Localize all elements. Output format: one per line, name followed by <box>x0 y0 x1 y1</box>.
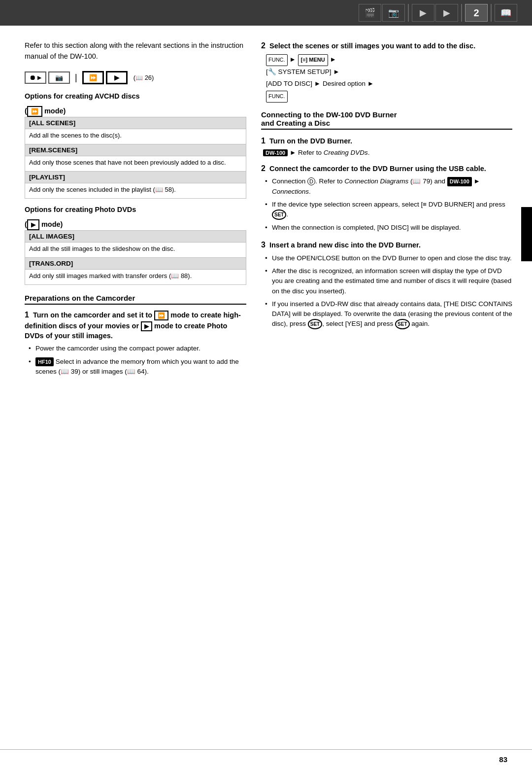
top-bar: 🎬 📷 ▶ ▶ 2 📖 <box>0 0 532 26</box>
avchd-mode-icon: ⏩ <box>27 106 42 117</box>
main-content: Refer to this section along with the rel… <box>0 26 532 749</box>
video-label: ▶ <box>37 75 41 80</box>
bullet-disc-recognized: After the disc is recognized, an informa… <box>265 266 512 296</box>
hf10-badge: HF10 <box>35 357 54 367</box>
connect-step-3-number: 3 <box>261 241 266 249</box>
avchd-heading: Options for creating AVCHD discs <box>25 92 246 100</box>
avchd-option-1-desc: Add all the scenes to the disc(s). <box>25 129 246 144</box>
black-sidebar-tab <box>521 207 532 261</box>
arrow2: ► <box>330 56 336 63</box>
right-step-2-title: 2 Select the scenes or still images you … <box>261 40 512 51</box>
connect-step-1: 1 Turn on the DVD Burner. DW-100 ► Refer… <box>261 136 512 156</box>
mode-icon-playback: ⏩ <box>82 71 104 84</box>
icon-camera: 📷 <box>382 4 405 22</box>
connection-diagrams-ref: Connection Diagrams <box>344 177 408 185</box>
mode-icon-video: ⏺ ▶ <box>25 71 46 84</box>
right-step-2: 2 Select the scenes or still images you … <box>261 40 512 103</box>
connect-step-2-title: 2 Connect the camcorder to the DVD Burne… <box>261 163 512 174</box>
photo-option-2-header: [TRANS.ORD] <box>25 258 246 270</box>
connect-step-3-bold: Insert a brand new disc into the DVD Bur… <box>269 241 421 249</box>
connect-heading: Connecting to the DW-100 DVD Burnerand C… <box>261 110 512 130</box>
photo-mode-label: (▶ mode) <box>25 220 246 228</box>
step2-bold-title: Select the scenes or still images you wa… <box>269 42 475 50</box>
dw100-badge-1: DW-100 <box>263 149 288 156</box>
photo-options-table: [ALL IMAGES] Add all the still images to… <box>25 230 246 285</box>
left-column: Refer to this section along with the rel… <box>25 40 246 734</box>
avchd-option-3-desc: Add only the scenes included in the play… <box>25 183 246 198</box>
connections-ref: Connections <box>272 188 309 195</box>
connect-step-1-title: 1 Turn on the DVD Burner. <box>261 136 512 146</box>
photo-mode-icon2: ▶ <box>141 321 152 331</box>
arrow-sub2: ► <box>474 177 480 185</box>
connect-step-1-bold: Turn on the DVD Burner. <box>269 137 352 145</box>
left-step-1: 1 Turn on the camcorder and set it to ⏩ … <box>25 310 246 377</box>
avchd-option-2-desc: Add only those scenes that have not been… <box>25 156 246 172</box>
circle-d-icon: D <box>307 177 315 185</box>
bullet-open-close: Use the OPEN/CLOSE button on the DVD Bur… <box>265 253 512 263</box>
bullet-connection-d: Connection D. Refer to Connection Diagra… <box>265 176 512 197</box>
separator-bar: | <box>75 72 77 83</box>
connect-step-3: 3 Insert a brand new disc into the DVD B… <box>261 240 512 329</box>
creating-dvds-ref: Creating DVDs <box>324 149 368 156</box>
avchd-option-1-header: [ALL SCENES] <box>25 117 246 129</box>
icon-divider <box>408 4 409 22</box>
connect-step-2-bullets: Connection D. Refer to Connection Diagra… <box>265 176 512 233</box>
system-setup: [🔧 SYSTEM SETUP] <box>266 68 332 75</box>
intro-paragraph: Refer to this section along with the rel… <box>25 40 246 62</box>
set-badge-1: SET <box>272 210 286 220</box>
connect-step-2-number: 2 <box>261 164 266 173</box>
preparations-heading: Preparations on the Camcorder <box>25 294 246 305</box>
play2-icon: ▶ <box>114 74 119 81</box>
bottom-bar: 83 <box>0 749 532 769</box>
func-badge-2: FUNC. <box>266 91 288 103</box>
menu-badge: [≡] MENU <box>298 54 328 66</box>
photo-section: Options for creating Photo DVDs (▶ mode)… <box>25 206 246 285</box>
connect-step-3-title: 3 Insert a brand new disc into the DVD B… <box>261 240 512 250</box>
icon-camcorder: 🎬 <box>359 4 381 22</box>
bullet-dvd-rw: If you inserted a DVD-RW disc that alrea… <box>265 299 512 330</box>
arrow1: ► <box>289 56 298 63</box>
func-badge-1: FUNC. <box>266 54 288 66</box>
arrow5: ► <box>367 80 374 87</box>
set-badge-3: SET <box>395 319 409 329</box>
top-icons: 🎬 📷 ▶ ▶ 2 📖 <box>359 4 517 22</box>
set-badge-2: SET <box>308 319 322 329</box>
avchd-options-table: [ALL SCENES] Add all the scenes to the d… <box>25 117 246 199</box>
bullet-no-disc: When the connection is completed, [NO DI… <box>265 223 512 233</box>
photo-icon: 📷 <box>55 74 63 81</box>
video-record-icon: ⏺ <box>30 74 36 81</box>
left-step-1-bullets: Power the camcorder using the compact po… <box>29 344 246 377</box>
page-ref: (📖 26) <box>133 74 154 81</box>
photo-heading: Options for creating Photo DVDs <box>25 206 246 213</box>
mode-icon-photo: 📷 <box>48 71 70 84</box>
icon-play: ▶ <box>435 4 458 22</box>
icon-video: ▶ <box>412 4 434 22</box>
connect-step-1-number: 1 <box>261 137 266 145</box>
photo-option-1-desc: Add all the still images to the slidesho… <box>25 243 246 258</box>
photo-option-1-header: [ALL IMAGES] <box>25 231 246 243</box>
mode-icons-row: ⏺ ▶ 📷 | ⏩ ▶ (📖 26) <box>25 71 246 84</box>
menu-sequence: FUNC. ► [≡] MENU ► [🔧 SYSTEM SETUP] ► [A… <box>261 54 512 102</box>
right-column: 2 Select the scenes or still images you … <box>261 40 512 734</box>
mode-icon-play2: ▶ <box>106 71 128 84</box>
avchd-option-2-header: [REM.SCENES] <box>25 144 246 156</box>
arrow4: ► <box>314 80 323 87</box>
playback-icon: ⏩ <box>89 74 97 81</box>
connect-step-2: 2 Connect the camcorder to the DVD Burne… <box>261 163 512 233</box>
arrow3: ► <box>333 68 339 75</box>
photo-mode-icon: ▶ <box>27 219 39 230</box>
avchd-mode-label: (⏩ mode) <box>25 107 246 115</box>
avchd-option-3-header: [PLAYLIST] <box>25 172 246 183</box>
add-to-disc: [ADD TO DISC] <box>266 80 312 87</box>
connect-step-3-bullets: Use the OPEN/CLOSE button on the DVD Bur… <box>265 253 512 330</box>
connect-step-2-bold: Connect the camcorder to the DVD Burner … <box>269 165 486 173</box>
avchd-section: Options for creating AVCHD discs (⏩ mode… <box>25 92 246 199</box>
icon-divider2 <box>461 4 462 22</box>
bullet-device-type: If the device type selection screen appe… <box>265 200 512 220</box>
bullet-power: Power the camcorder using the compact po… <box>29 344 246 353</box>
icon-book: 📖 <box>495 4 517 22</box>
hd-mode-icon: ⏩ <box>154 311 168 320</box>
step-1-number: 1 <box>25 311 29 319</box>
icon-number-2: 2 <box>465 4 488 22</box>
left-step-1-title: 1 Turn on the camcorder and set it to ⏩ … <box>25 310 246 341</box>
